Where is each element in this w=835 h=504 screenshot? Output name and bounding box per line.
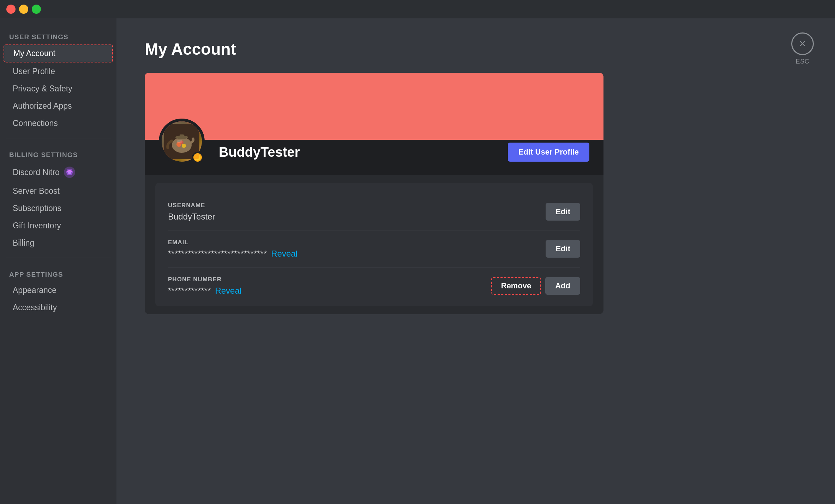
sidebar-item-label: Discord Nitro	[13, 168, 60, 177]
svg-point-3	[172, 137, 192, 153]
sidebar-item-label: Connections	[13, 119, 58, 128]
maximize-button[interactable]	[32, 5, 41, 14]
esc-symbol: ✕	[799, 38, 806, 49]
sidebar-item-label: My Account	[13, 49, 55, 58]
divider-billing	[6, 138, 111, 138]
email-reveal-link[interactable]: Reveal	[271, 249, 298, 259]
nitro-icon	[63, 166, 76, 179]
sidebar-item-label: Privacy & Safety	[13, 84, 72, 94]
sidebar-item-gift-inventory[interactable]: Gift Inventory	[4, 217, 113, 234]
svg-point-9	[177, 140, 182, 143]
titlebar	[0, 0, 835, 18]
phone-remove-button[interactable]: Remove	[491, 277, 541, 295]
sidebar-item-server-boost[interactable]: Server Boost	[4, 183, 113, 199]
app-layout: USER SETTINGS My Account User Profile Pr…	[0, 18, 835, 504]
svg-rect-5	[180, 134, 184, 138]
minimize-button[interactable]	[19, 5, 28, 14]
profile-info: 🌙 BuddyTester Edit User Profile	[145, 140, 603, 175]
edit-profile-button[interactable]: Edit User Profile	[508, 143, 589, 162]
sidebar-item-my-account[interactable]: My Account	[4, 44, 113, 62]
phone-value: ************* Reveal	[168, 286, 491, 296]
status-badge: 🌙	[192, 152, 203, 163]
sidebar: USER SETTINGS My Account User Profile Pr…	[0, 18, 116, 504]
email-masked: ******************************	[168, 249, 267, 259]
email-field-left: EMAIL ****************************** Rev…	[168, 239, 546, 259]
sidebar-item-subscriptions[interactable]: Subscriptions	[4, 200, 113, 217]
sidebar-item-discord-nitro[interactable]: Discord Nitro	[4, 162, 113, 182]
phone-masked: *************	[168, 286, 211, 296]
phone-add-button[interactable]: Add	[545, 277, 580, 295]
divider-app	[6, 258, 111, 258]
billing-settings-label: BILLING SETTINGS	[0, 145, 116, 162]
profile-banner	[145, 73, 603, 140]
username-display: BuddyTester	[219, 145, 494, 160]
username-field-row: USERNAME BuddyTester Edit	[168, 193, 580, 230]
fields-section: USERNAME BuddyTester Edit EMAIL *****	[155, 183, 593, 306]
phone-label: PHONE NUMBER	[168, 276, 491, 283]
email-label: EMAIL	[168, 239, 546, 246]
sidebar-item-label: User Profile	[13, 67, 55, 76]
sidebar-item-privacy-safety[interactable]: Privacy & Safety	[4, 80, 113, 97]
page-title: My Account	[145, 40, 807, 59]
status-icon: 🌙	[194, 154, 201, 161]
sidebar-item-label: Server Boost	[13, 186, 60, 196]
email-actions: Edit	[546, 240, 580, 258]
sidebar-item-label: Gift Inventory	[13, 221, 61, 230]
sidebar-item-connections[interactable]: Connections	[4, 115, 113, 132]
sidebar-item-user-profile[interactable]: User Profile	[4, 63, 113, 80]
email-edit-button[interactable]: Edit	[546, 240, 580, 258]
username-value: BuddyTester	[168, 212, 546, 222]
esc-circle: ✕	[791, 32, 814, 55]
phone-field-row: PHONE NUMBER ************* Reveal Remove…	[168, 268, 580, 296]
close-button[interactable]	[6, 5, 16, 14]
username-field-left: USERNAME BuddyTester	[168, 202, 546, 222]
sidebar-item-label: Accessibility	[13, 303, 57, 312]
sidebar-item-accessibility[interactable]: Accessibility	[4, 299, 113, 316]
main-content: ✕ ESC My Account	[116, 18, 835, 504]
sidebar-item-authorized-apps[interactable]: Authorized Apps	[4, 98, 113, 114]
sidebar-item-label: Subscriptions	[13, 204, 61, 213]
esc-label: ESC	[795, 58, 809, 65]
svg-point-7	[182, 144, 186, 148]
username-label: USERNAME	[168, 202, 546, 209]
app-settings-label: APP SETTINGS	[0, 264, 116, 281]
sidebar-item-billing[interactable]: Billing	[4, 235, 113, 251]
esc-button[interactable]: ✕ ESC	[791, 32, 814, 65]
profile-card: 🌙 BuddyTester Edit User Profile USERNAME…	[145, 73, 603, 314]
username-edit-button[interactable]: Edit	[546, 203, 580, 221]
sidebar-item-label: Authorized Apps	[13, 101, 72, 111]
phone-field-left: PHONE NUMBER ************* Reveal	[168, 276, 491, 296]
email-value: ****************************** Reveal	[168, 249, 546, 259]
sidebar-item-label: Appearance	[13, 286, 56, 295]
sidebar-item-appearance[interactable]: Appearance	[4, 282, 113, 299]
phone-reveal-link[interactable]: Reveal	[215, 286, 241, 296]
user-settings-label: USER SETTINGS	[0, 27, 116, 44]
username-text: BuddyTester	[168, 212, 215, 222]
phone-actions: Remove Add	[491, 277, 580, 295]
sidebar-item-label: Billing	[13, 238, 34, 248]
avatar-wrapper: 🌙	[159, 119, 205, 164]
username-actions: Edit	[546, 203, 580, 221]
email-field-row: EMAIL ****************************** Rev…	[168, 230, 580, 268]
